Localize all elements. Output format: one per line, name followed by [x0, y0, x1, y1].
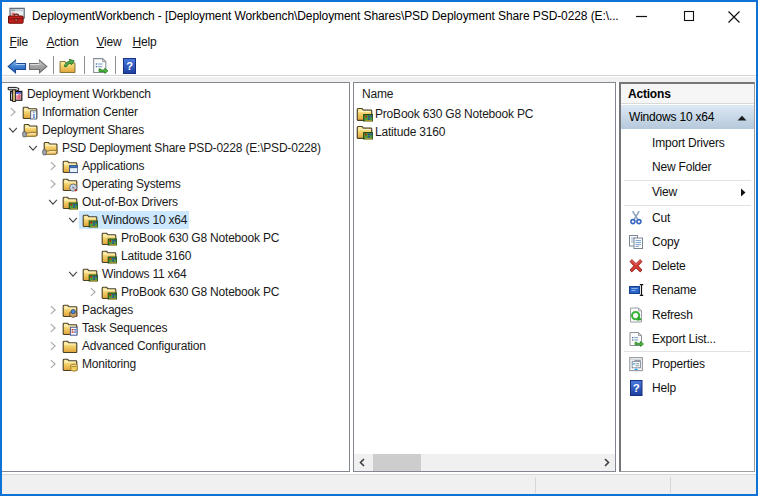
svg-text:?: ? — [126, 60, 133, 72]
